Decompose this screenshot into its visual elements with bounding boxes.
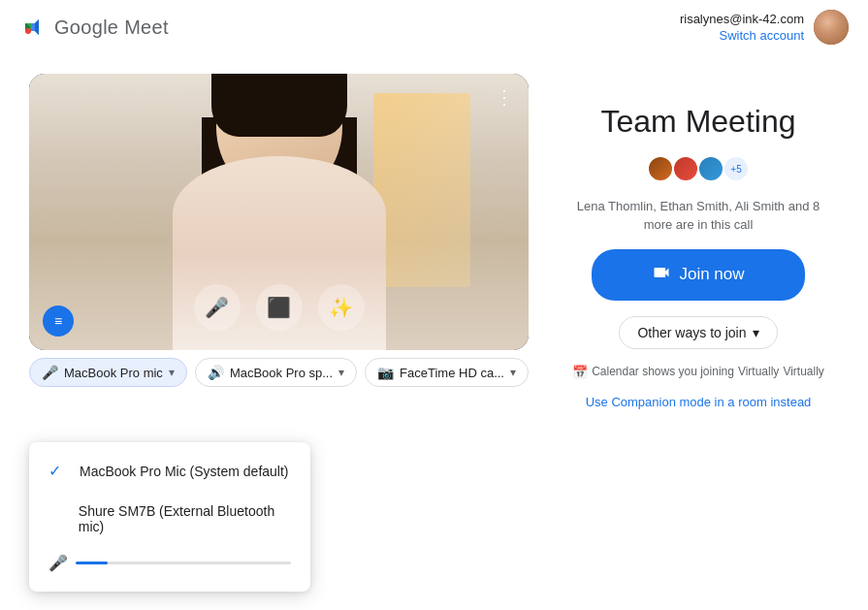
mic-dropdown: ✓ MacBook Pro Mic (System default) Shure… xyxy=(29,442,310,592)
speaker-label: MacBook Pro sp... xyxy=(230,366,333,380)
mic-chevron: ▾ xyxy=(169,366,175,379)
cam-icon: ⬛ xyxy=(267,296,291,319)
calendar-mode: Virtually xyxy=(738,365,779,378)
header: Google Meet risalynes@ink-42.com Switch … xyxy=(0,0,868,54)
companion-mode-link[interactable]: Use Companion mode in a room instead xyxy=(586,395,812,409)
calendar-text: Calendar shows you joining xyxy=(592,365,734,378)
camera-label: FaceTime HD ca... xyxy=(400,366,504,380)
join-btn-label: Join now xyxy=(679,265,744,284)
avatar-image xyxy=(814,10,849,45)
speaker-selector[interactable]: 🔊 MacBook Pro sp... ▾ xyxy=(195,358,357,387)
speaker-chevron: ▾ xyxy=(338,366,344,379)
account-email: risalynes@ink-42.com xyxy=(680,12,804,26)
join-now-button[interactable]: Join now xyxy=(592,249,805,301)
camera-chevron: ▾ xyxy=(510,366,516,379)
mic-control-btn[interactable]: 🎤 xyxy=(194,284,241,331)
mic-label: MacBook Pro mic xyxy=(64,366,163,380)
mic-selector[interactable]: 🎤 MacBook Pro mic ▾ xyxy=(29,358,187,387)
effects-icon: ✨ xyxy=(329,296,353,319)
cam-control-btn[interactable]: ⬛ xyxy=(256,284,303,331)
dropdown-item-2[interactable]: Shure SM7B (External Bluetooth mic) xyxy=(29,492,310,546)
video-controls: 🎤 ⬛ ✨ xyxy=(194,284,365,331)
dropdown-item-1[interactable]: ✓ MacBook Pro Mic (System default) xyxy=(29,450,310,492)
mic-level-bar xyxy=(76,562,291,564)
calendar-info: 📅 Calendar shows you joining Virtually V… xyxy=(572,365,824,379)
more-options-btn[interactable]: ⋮ xyxy=(495,85,515,109)
switch-account-link[interactable]: Switch account xyxy=(720,28,804,43)
dropdown-item-2-label: Shure SM7B (External Bluetooth mic) xyxy=(79,503,291,534)
participant-plus-badge: +5 xyxy=(723,155,750,182)
mic-level-icon: 🎤 xyxy=(48,554,68,572)
device-toolbar: 🎤 MacBook Pro mic ▾ 🔊 MacBook Pro sp... … xyxy=(29,350,529,395)
calendar-mode-text: Virtually xyxy=(783,365,823,378)
participants-row: +5 xyxy=(647,155,750,182)
speaker-toolbar-icon: 🔊 xyxy=(208,365,224,380)
person-hair xyxy=(211,74,347,137)
check-icon-1: ✓ xyxy=(48,462,68,480)
participant-avatar-3 xyxy=(697,155,724,182)
mic-icon: 🎤 xyxy=(205,296,229,319)
camera-toolbar-icon: 📷 xyxy=(377,365,394,380)
window-light xyxy=(373,93,470,287)
other-ways-chevron: ▾ xyxy=(753,325,759,340)
calendar-icon: 📅 xyxy=(572,365,588,379)
effects-control-btn[interactable]: ✨ xyxy=(318,284,365,331)
video-preview: ⋮ ≡ 🎤 ⬛ ✨ xyxy=(29,74,529,350)
meeting-title: Team Meeting xyxy=(601,103,796,140)
join-btn-icon xyxy=(652,263,671,287)
participant-avatar-2 xyxy=(672,155,699,182)
video-section: ⋮ ≡ 🎤 ⬛ ✨ 🎤 MacBook Pro xyxy=(29,74,529,395)
google-meet-logo xyxy=(19,14,47,41)
camera-selector[interactable]: 📷 FaceTime HD ca... ▾ xyxy=(365,358,529,387)
mic-level-row: 🎤 xyxy=(29,546,310,576)
logo-area: Google Meet xyxy=(19,14,169,41)
participant-avatar-1 xyxy=(647,155,674,182)
main-content: ⋮ ≡ 🎤 ⬛ ✨ 🎤 MacBook Pro xyxy=(0,54,868,429)
mic-toolbar-icon: 🎤 xyxy=(42,365,58,380)
account-section: risalynes@ink-42.com Switch account xyxy=(680,10,849,45)
other-ways-label: Other ways to join xyxy=(637,325,746,340)
account-info: risalynes@ink-42.com Switch account xyxy=(680,12,804,44)
mute-indicator: ≡ xyxy=(43,305,74,337)
svg-point-1 xyxy=(25,28,31,34)
dropdown-item-1-label: MacBook Pro Mic (System default) xyxy=(80,464,289,479)
video-call-icon xyxy=(652,263,671,282)
right-panel: Team Meeting +5 Lena Thomlin, Ethan Smit… xyxy=(567,74,829,409)
mute-icon: ≡ xyxy=(54,313,62,329)
other-ways-button[interactable]: Other ways to join ▾ xyxy=(619,316,777,349)
user-avatar[interactable] xyxy=(814,10,849,45)
participants-text: Lena Thomlin, Ethan Smith, Ali Smith and… xyxy=(567,198,829,233)
mic-level-fill xyxy=(76,562,108,564)
app-title: Google Meet xyxy=(54,16,169,39)
